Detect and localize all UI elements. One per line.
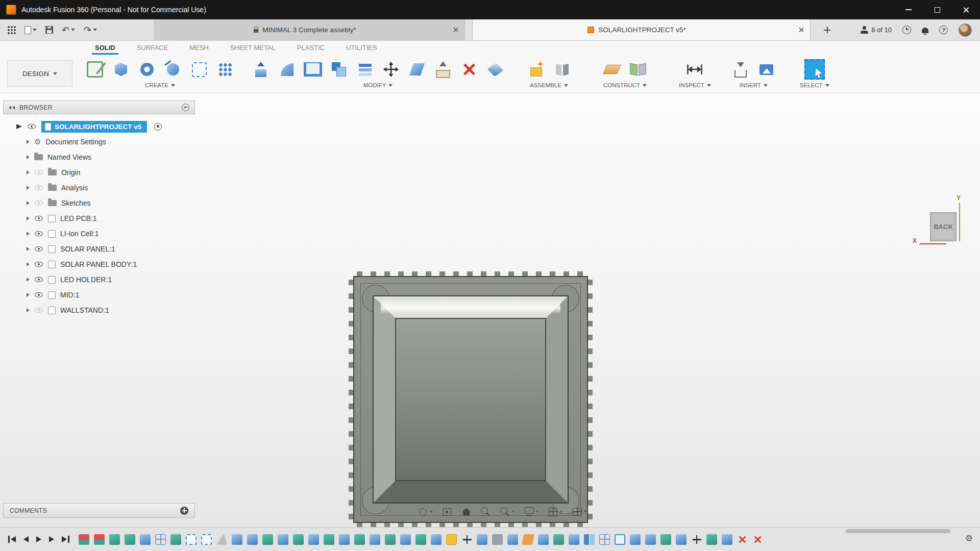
timeline-feature-extrude-icon[interactable] <box>431 534 442 545</box>
timeline-feature-move-icon[interactable] <box>461 534 472 545</box>
timeline-feature-extrude-icon[interactable] <box>400 534 411 545</box>
select-menu[interactable]: SELECT <box>800 82 829 88</box>
play-button[interactable] <box>36 536 41 542</box>
undo-button[interactable]: ↶ <box>62 26 75 35</box>
help-icon[interactable] <box>939 26 948 34</box>
expand-arrow-icon[interactable] <box>27 201 30 205</box>
timeline-feature-extrude-icon[interactable] <box>477 534 487 545</box>
expand-arrow-icon[interactable] <box>27 170 30 174</box>
step-back-button[interactable] <box>23 536 29 542</box>
timeline-feature-delete-icon[interactable] <box>752 534 763 545</box>
usage-indicator[interactable]: 8 of 10 <box>861 26 892 34</box>
fit-button[interactable] <box>500 507 515 517</box>
file-menu-button[interactable] <box>24 26 37 34</box>
timeline-feature-sketch-icon[interactable] <box>170 534 181 545</box>
timeline-feature-sketch-icon[interactable] <box>354 534 365 545</box>
timeline-feature-joint-icon[interactable] <box>492 534 503 545</box>
timeline-feature-extrude-icon[interactable] <box>278 534 288 545</box>
browser-item-led-pcb[interactable]: LED PCB:1 <box>3 211 195 226</box>
redo-button[interactable]: ↷ <box>84 26 97 35</box>
timeline-feature-extrude-icon[interactable] <box>569 534 579 545</box>
inspect-menu[interactable]: INSPECT <box>679 82 711 88</box>
timeline-feature-sketch-icon[interactable] <box>293 534 304 545</box>
user-avatar[interactable] <box>959 23 972 37</box>
look-at-button[interactable] <box>442 507 452 517</box>
browser-root-row[interactable]: SOLARLIGHTPROJECT v5 <box>3 119 195 134</box>
timeline-feature-sketch-icon[interactable] <box>706 534 717 545</box>
browser-header[interactable]: BROWSER <box>3 101 195 114</box>
close-button[interactable] <box>951 0 980 19</box>
visibility-eye-icon[interactable] <box>34 230 43 237</box>
sweep-icon[interactable] <box>163 59 183 80</box>
comments-bar[interactable]: COMMENTS <box>3 503 195 518</box>
timeline-feature-extrude-icon[interactable] <box>140 534 151 545</box>
tab-utilities[interactable]: UTILITIES <box>346 41 377 55</box>
timeline-feature-sketch-icon[interactable] <box>324 534 334 545</box>
browser-item-led-holder[interactable]: LED HOLDER:1 <box>3 272 195 287</box>
press-pull-icon[interactable] <box>251 59 271 80</box>
visibility-eye-icon[interactable] <box>34 276 43 283</box>
browser-item-solar-panel-body[interactable]: SOLAR PANEL BODY:1 <box>3 257 195 272</box>
visibility-eye-icon[interactable] <box>34 184 43 191</box>
root-expand-arrow-icon[interactable] <box>16 124 22 129</box>
fillet-icon[interactable] <box>277 59 297 80</box>
browser-item-mid[interactable]: MID:1 <box>3 287 195 303</box>
close-tab-icon[interactable] <box>453 27 458 33</box>
expand-arrow-icon[interactable] <box>27 186 30 190</box>
grid-settings-button[interactable] <box>548 507 563 517</box>
add-comment-icon[interactable] <box>180 507 188 515</box>
collapse-browser-icon[interactable] <box>9 106 15 110</box>
expand-arrow-icon[interactable] <box>27 155 30 159</box>
construct-menu[interactable]: CONSTRUCT <box>603 82 647 88</box>
expand-arrow-icon[interactable] <box>27 262 30 266</box>
model-solar-panel-face[interactable] <box>395 318 546 481</box>
rectangular-pattern-icon[interactable] <box>189 59 209 80</box>
visibility-eye-icon[interactable] <box>34 215 43 222</box>
timeline-feature-extrude-icon[interactable] <box>630 534 641 545</box>
design-workspace-button[interactable]: DESIGN <box>7 60 72 87</box>
minimize-browser-icon[interactable] <box>182 104 189 111</box>
timeline-feature-extrude-icon[interactable] <box>308 534 319 545</box>
timeline-feature-component-icon[interactable] <box>446 534 457 545</box>
timeline-feature-grid-icon[interactable] <box>155 534 166 545</box>
new-component-icon[interactable] <box>526 59 546 80</box>
combine-icon[interactable] <box>329 59 349 80</box>
document-tab-solarlightproject[interactable]: SOLARLIGHTPROJECT v5* <box>472 19 811 40</box>
timeline-settings-gear-icon[interactable]: ⚙ <box>965 534 973 543</box>
expand-arrow-icon[interactable] <box>27 232 30 236</box>
expand-arrow-icon[interactable] <box>27 140 30 144</box>
timeline-feature-plane-icon[interactable] <box>522 534 534 545</box>
close-tab-icon[interactable] <box>798 27 804 33</box>
zoom-button[interactable] <box>480 507 491 517</box>
physical-material-icon[interactable] <box>485 59 505 80</box>
insert-derive-icon[interactable] <box>730 59 751 80</box>
visibility-eye-icon[interactable] <box>34 291 43 298</box>
timeline-feature-box-icon[interactable] <box>615 534 625 545</box>
joint-icon[interactable] <box>552 59 572 80</box>
skip-to-start-button[interactable] <box>8 536 16 543</box>
activate-component-radio-icon[interactable] <box>154 123 162 131</box>
timeline-feature-sketch-icon[interactable] <box>385 534 396 545</box>
browser-item-sketches[interactable]: Sketches <box>3 195 195 211</box>
timeline-feature-sketch-icon[interactable] <box>660 534 671 545</box>
timeline-feature-extrude-icon[interactable] <box>538 534 549 545</box>
timeline-feature-extrude-icon[interactable] <box>232 534 242 545</box>
visibility-eye-icon[interactable] <box>34 261 43 268</box>
timeline-feature-extrude-icon[interactable] <box>507 534 518 545</box>
notifications-bell-icon[interactable] <box>922 28 928 33</box>
browser-item-liion-cell[interactable]: LI-Ion Cell:1 <box>3 226 195 241</box>
timeline-feature-extrude-icon[interactable] <box>722 534 732 545</box>
insert-menu[interactable]: INSERT <box>740 82 768 88</box>
visibility-eye-icon[interactable] <box>27 123 36 130</box>
create-sketch-icon[interactable] <box>85 59 105 80</box>
modify-menu[interactable]: MODIFY <box>363 82 393 88</box>
orbit-button[interactable] <box>418 507 433 517</box>
move-copy-icon[interactable] <box>381 59 401 80</box>
step-forward-button[interactable] <box>49 536 54 542</box>
viewcube[interactable]: Y BACK X <box>912 194 973 251</box>
revolve-icon[interactable] <box>137 59 157 80</box>
job-status-clock-icon[interactable] <box>902 26 911 34</box>
delete-icon[interactable] <box>459 59 479 80</box>
timeline-feature-grid-icon[interactable] <box>599 534 610 545</box>
save-button[interactable] <box>45 26 53 34</box>
